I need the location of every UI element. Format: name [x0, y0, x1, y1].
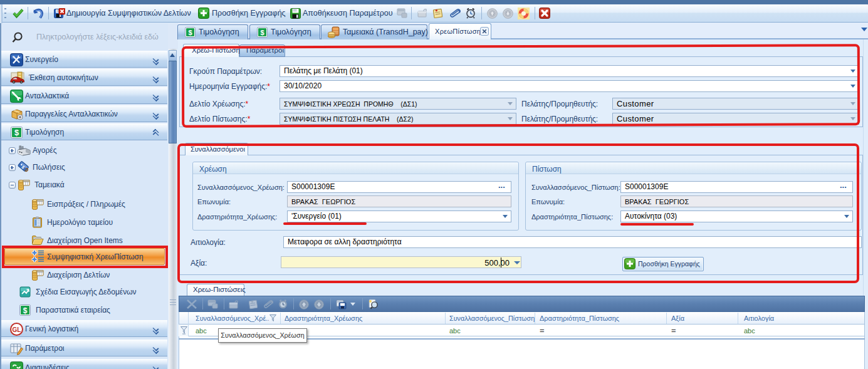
svg-text:$: $: [260, 29, 264, 36]
svg-text:$: $: [188, 29, 192, 36]
svg-text:$: $: [14, 128, 19, 137]
svg-text:$: $: [23, 306, 28, 315]
svg-text:GL: GL: [13, 326, 21, 333]
